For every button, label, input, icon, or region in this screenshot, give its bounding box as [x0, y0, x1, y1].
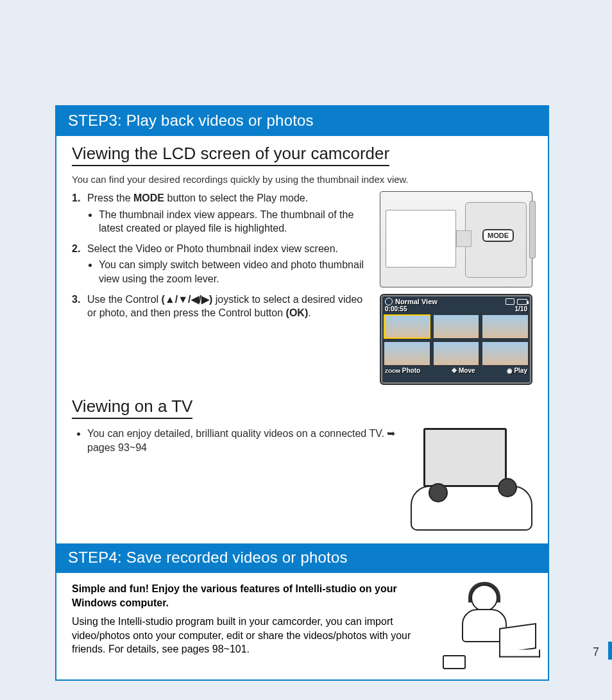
- laptop-icon: [499, 623, 536, 654]
- photo-label: Photo: [402, 367, 420, 374]
- tv-bullet-prefix: You can enjoy detailed, brilliant qualit…: [87, 428, 387, 439]
- thumbnail: [433, 341, 480, 366]
- step3-prefix: Use the Control: [87, 294, 162, 305]
- step1-sub: The thumbnail index view appears. The th…: [99, 208, 371, 235]
- arrow-icon: ➥: [387, 428, 395, 439]
- camcorder-hinge-icon: [456, 230, 472, 247]
- step-item-1: Press the MODE button to select the Play…: [72, 191, 371, 235]
- step4-text: Using the Intelli-studio program built i…: [72, 615, 434, 656]
- steps-column: Press the MODE button to select the Play…: [72, 191, 371, 385]
- step1-prefix: Press the: [87, 192, 133, 203]
- lcd-screen-illustration: Normal View 0:00:55 1/10: [380, 294, 532, 385]
- card-icon: [506, 298, 514, 305]
- joystick-symbols: (▲/▼/◀/▶): [162, 294, 213, 305]
- step4-content: Simple and fun! Enjoy the various featur…: [56, 573, 548, 679]
- step-item-2: Select the Video or Photo thumbnail inde…: [72, 242, 371, 286]
- thumbnail-selected: [384, 314, 430, 339]
- play-label: Play: [514, 367, 527, 374]
- face-icon: [471, 585, 498, 611]
- zoom-label: ZOOM: [385, 368, 400, 374]
- step4-bold-intro: Simple and fun! Enjoy the various featur…: [72, 582, 434, 610]
- move-label: Move: [459, 367, 475, 374]
- step2-sub: You can simply switch between video and …: [99, 258, 371, 286]
- thumbnail: [384, 341, 430, 366]
- tv-bullet-suffix: pages 93~94: [87, 442, 147, 453]
- camcorder-lens-icon: [529, 201, 536, 259]
- ok-bold: (OK): [286, 307, 309, 318]
- section-heading-lcd: Viewing the LCD screen of your camcorder: [72, 144, 389, 166]
- magnify-icon: [385, 298, 393, 305]
- step3-header: STEP3: Play back videos or photos: [56, 107, 548, 136]
- page-number-tab: [608, 642, 612, 660]
- section-intro: You can find your desired recordings qui…: [72, 174, 532, 185]
- person-head-icon: [429, 483, 448, 502]
- mode-badge: MODE: [482, 229, 514, 242]
- thumbnail-grid: [384, 314, 529, 366]
- tv-bullet: You can enjoy detailed, brilliant qualit…: [87, 427, 403, 454]
- step3-suffix: .: [308, 307, 310, 318]
- tv-icon: [423, 428, 507, 487]
- battery-icon: [517, 299, 527, 305]
- camcorder-small-icon: [443, 655, 466, 669]
- section-heading-tv: Viewing on a TV: [72, 397, 192, 419]
- step-item-3: Use the Control (▲/▼/◀/▶) joystick to se…: [72, 293, 371, 320]
- tv-illustration: [411, 428, 532, 532]
- step1-suffix: button to select the Play mode.: [164, 192, 308, 203]
- camcorder-screen-icon: [386, 210, 456, 268]
- page-number: 7: [593, 645, 599, 659]
- step3-content: Viewing the LCD screen of your camcorder…: [56, 136, 548, 543]
- step2-text: Select the Video or Photo thumbnail inde…: [87, 243, 338, 254]
- thumbnail: [433, 314, 480, 339]
- person-head-icon: [498, 478, 517, 497]
- person-laptop-illustration: [443, 582, 532, 665]
- step4-header: STEP4: Save recorded videos or photos: [56, 543, 548, 573]
- lcd-title: Normal View: [395, 298, 438, 305]
- manual-page: STEP3: Play back videos or photos Viewin…: [55, 105, 549, 681]
- thumbnail: [482, 341, 529, 366]
- lcd-time: 0:00:55: [385, 305, 407, 312]
- thumbnail: [482, 314, 529, 339]
- camcorder-illustration: MODE: [380, 191, 532, 287]
- step1-bold: MODE: [133, 192, 164, 203]
- illustration-column: MODE Normal View: [380, 191, 532, 385]
- lcd-counter: 1/10: [515, 305, 527, 312]
